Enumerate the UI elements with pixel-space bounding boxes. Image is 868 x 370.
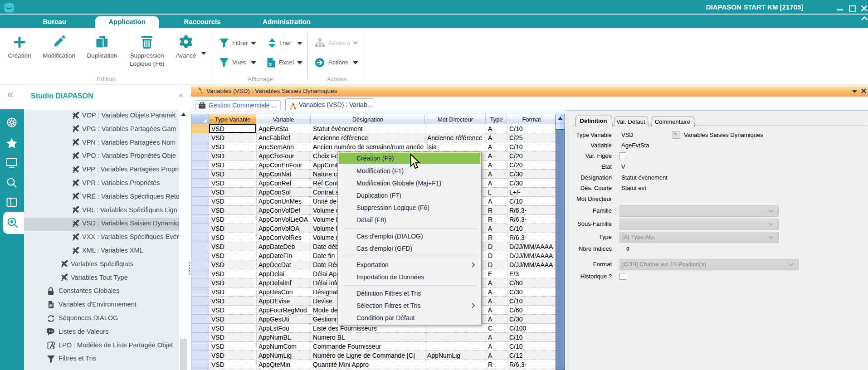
svg-text:x: x (269, 61, 272, 67)
